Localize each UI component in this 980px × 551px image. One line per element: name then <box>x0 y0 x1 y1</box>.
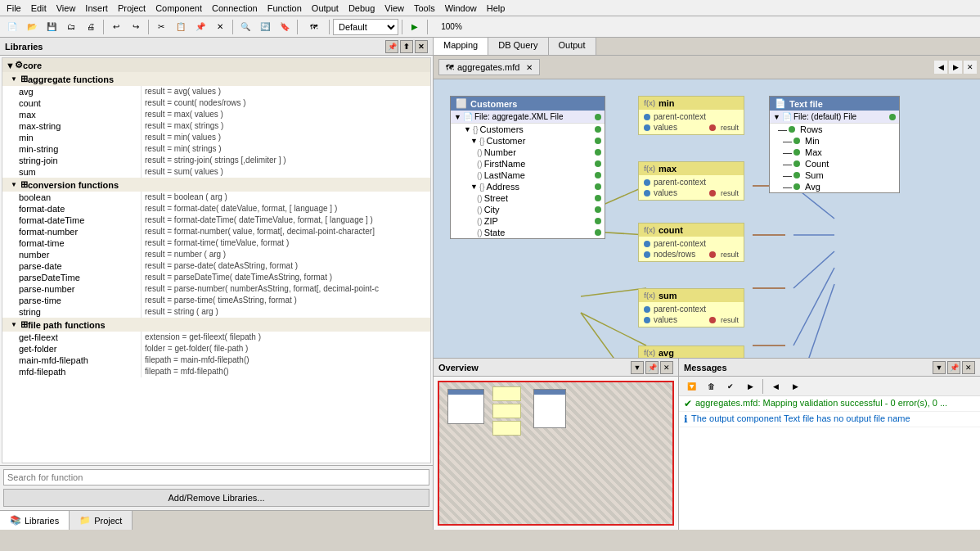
tree-item-number[interactable]: () Number <box>451 147 605 158</box>
min-in-conn[interactable] <box>793 138 800 144</box>
menu-component[interactable]: Component <box>151 2 207 15</box>
run-btn[interactable]: ▶ <box>406 18 424 36</box>
close-tab-btn[interactable]: ✕ <box>964 61 977 74</box>
list-item[interactable]: parseDateTime result = parseDateTime( da… <box>2 272 430 283</box>
target-rows[interactable]: — Rows <box>770 124 899 135</box>
sum-in-values[interactable] <box>644 317 650 323</box>
close-btn[interactable]: ✕ <box>415 40 428 53</box>
target-count[interactable]: — Count <box>770 158 899 169</box>
list-item[interactable]: parse-time result = parse-time( timeAsSt… <box>2 295 430 306</box>
menu-function[interactable]: Function <box>263 2 307 15</box>
list-item[interactable]: get-fileext extension = get-fileext( fil… <box>2 332 430 343</box>
list-item[interactable]: boolean result = boolean ( arg ) <box>2 192 430 203</box>
msg-next-btn[interactable]: ▶ <box>786 377 804 395</box>
target-min[interactable]: — Min <box>770 135 899 147</box>
list-item[interactable]: string-join result = string-join( string… <box>2 155 430 166</box>
menu-window[interactable]: Window <box>440 2 482 15</box>
target-node[interactable]: 📄 Text file ▼ 📄 File: (default) File — R… <box>769 96 900 193</box>
list-item[interactable]: min-string result = min( strings ) <box>2 143 430 155</box>
firstname-connector[interactable] <box>595 160 601 167</box>
list-item[interactable]: format-number result = format-number( va… <box>2 226 430 237</box>
list-item[interactable]: min result = min( values ) <box>2 132 430 143</box>
rows-in-conn[interactable] <box>789 126 795 133</box>
tree-item-street[interactable]: () Street <box>451 192 605 204</box>
sum-in-parent[interactable] <box>644 306 650 313</box>
messages-close-btn[interactable]: ✕ <box>962 361 975 374</box>
save-btn[interactable]: 💾 <box>43 18 61 36</box>
copy-btn[interactable]: 📋 <box>172 18 190 36</box>
undo-btn[interactable]: ↩ <box>107 18 125 36</box>
msg-run-btn[interactable]: ▶ <box>741 377 759 395</box>
count-in-nodes[interactable] <box>644 251 650 258</box>
overview-close-btn[interactable]: ✕ <box>660 361 673 374</box>
msg-clear-btn[interactable]: 🗑 <box>702 377 720 395</box>
customer-connector[interactable] <box>595 138 601 144</box>
list-item[interactable]: string result = string ( arg ) <box>2 306 430 318</box>
menu-insert[interactable]: Insert <box>80 2 113 15</box>
number-connector[interactable] <box>595 149 601 156</box>
tree-item-lastname[interactable]: () LastName <box>451 169 605 181</box>
menu-view2[interactable]: View <box>380 2 409 15</box>
tree-item-address[interactable]: ▼ {} Address <box>451 181 605 192</box>
tree-item-state[interactable]: () State <box>451 227 605 238</box>
list-item[interactable]: mfd-filepath filepath = mfd-filepath() <box>2 366 430 377</box>
func-node-min[interactable]: f(x) min parent-context values result <box>638 96 744 135</box>
target-file-row[interactable]: ▼ 📄 File: (default) File <box>770 111 899 124</box>
overview-pin-btn[interactable]: 📌 <box>645 361 659 374</box>
city-connector[interactable] <box>595 206 601 213</box>
max-out-result[interactable] <box>709 190 716 196</box>
file-connector-right[interactable] <box>595 114 601 120</box>
tab-project[interactable]: 📁 Project <box>70 511 133 530</box>
open-btn[interactable]: 📂 <box>23 18 41 36</box>
menu-file[interactable]: File <box>2 2 26 15</box>
mapping-canvas-area[interactable]: ⬜ Customers ▼ 📄 File: aggregate.XML File… <box>434 79 980 358</box>
print-btn[interactable]: 🖨 <box>82 18 100 36</box>
tree-item-zip[interactable]: () ZIP <box>451 215 605 227</box>
tab-dbquery[interactable]: DB Query <box>488 38 548 55</box>
count-in-parent[interactable] <box>644 241 650 247</box>
messages-menu-btn[interactable]: ▼ <box>933 361 946 374</box>
max-in-conn[interactable] <box>793 149 800 156</box>
msg-validate-btn[interactable]: ✔ <box>722 377 739 395</box>
menu-output[interactable]: Output <box>307 2 344 15</box>
target-max[interactable]: — Max <box>770 147 899 158</box>
file-tab[interactable]: 🗺 aggregates.mfd ✕ <box>438 59 540 75</box>
max-in-values[interactable] <box>644 190 650 196</box>
search-input[interactable] <box>3 469 429 486</box>
tree-item-customers[interactable]: ▼ {} Customers <box>451 124 605 135</box>
replace-btn[interactable]: 🔄 <box>256 18 274 36</box>
street-connector[interactable] <box>595 195 601 201</box>
source-file-row[interactable]: ▼ 📄 File: aggregate.XML File <box>451 111 605 124</box>
target-avg[interactable]: — Avg <box>770 181 899 192</box>
tab-output[interactable]: Output <box>549 38 596 55</box>
config-combo[interactable]: Default <box>333 19 398 35</box>
avg-in-conn[interactable] <box>793 183 800 190</box>
tree-item-customer[interactable]: ▼ {} Customer <box>451 135 605 147</box>
file-close-icon[interactable]: ✕ <box>526 63 533 72</box>
target-sum[interactable]: — Sum <box>770 169 899 181</box>
find-btn[interactable]: 🔍 <box>236 18 254 36</box>
list-item[interactable]: parse-number result = parse-number( numb… <box>2 283 430 295</box>
sum-in-conn[interactable] <box>793 172 800 178</box>
overview-content[interactable] <box>434 377 678 530</box>
count-out-result[interactable] <box>709 251 716 258</box>
add-remove-libraries-button[interactable]: Add/Remove Libraries... <box>3 489 429 507</box>
menu-project[interactable]: Project <box>113 2 151 15</box>
count-in-conn[interactable] <box>793 160 800 167</box>
menu-help[interactable]: Help <box>482 2 510 15</box>
menu-connection[interactable]: Connection <box>207 2 263 15</box>
prev-tab-btn[interactable]: ◀ <box>934 61 947 74</box>
func-node-count[interactable]: f(x) count parent-context nodes/rows res… <box>638 223 744 262</box>
menu-tools[interactable]: Tools <box>409 2 440 15</box>
min-in-parent[interactable] <box>644 114 650 120</box>
list-item[interactable]: main-mfd-filepath filepath = main-mfd-fi… <box>2 355 430 366</box>
func-node-sum[interactable]: f(x) sum parent-context values result <box>638 288 744 327</box>
target-file-conn[interactable] <box>889 114 896 120</box>
messages-pin-btn[interactable]: 📌 <box>947 361 960 374</box>
lastname-connector[interactable] <box>595 172 601 178</box>
tab-mapping[interactable]: Mapping <box>434 38 488 55</box>
new-btn[interactable]: 📄 <box>3 18 21 36</box>
core-header[interactable]: ▼ ⚙ core <box>2 58 430 72</box>
list-item[interactable]: number result = number ( arg ) <box>2 249 430 260</box>
list-item[interactable]: format-time result = format-time( timeVa… <box>2 237 430 249</box>
